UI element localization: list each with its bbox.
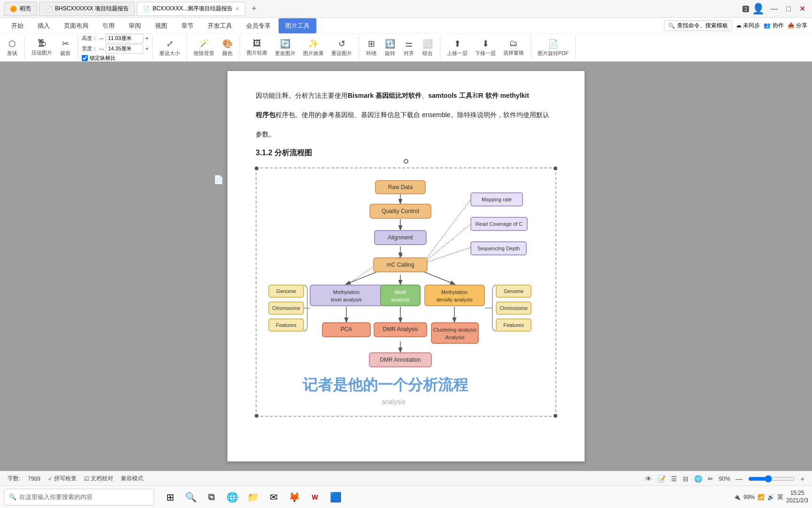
- share-button[interactable]: 📤 分享: [788, 22, 807, 30]
- ribbon-tab-chapter[interactable]: 章节: [175, 18, 200, 34]
- taskbar-icon-wps[interactable]: W: [306, 489, 323, 506]
- handle-tr[interactable]: [554, 167, 557, 170]
- new-tab-button[interactable]: +: [247, 2, 260, 16]
- tab-bcxxxxxx[interactable]: 📄 BCXXXXXX...测序项目结题报告 ✕: [137, 2, 246, 16]
- taskbar-right: 🔌 99% 📶 🔊 英 15:25 2021/2/3: [734, 490, 808, 504]
- ribbon-tab-reference[interactable]: 引用: [96, 18, 121, 34]
- pic-rotate-pdf-icon: 📄: [548, 39, 558, 49]
- titlebar: 🟠 稻壳 📄 BHSCXXXXXX 项目结题报告 📄 BCXXXXXX...测序…: [0, 0, 812, 18]
- taskbar-icon-explorer[interactable]: 📁: [244, 489, 261, 506]
- lock-ratio-check[interactable]: [82, 55, 88, 61]
- taskbar-icon-app2[interactable]: 🟦: [327, 489, 344, 506]
- handle-br[interactable]: [554, 414, 557, 418]
- surround-button[interactable]: ⊞ 环绕: [363, 38, 380, 58]
- outline-mode-icon[interactable]: ☰: [671, 475, 677, 483]
- align-button[interactable]: ⚌ 对齐: [400, 38, 417, 58]
- height-increase[interactable]: +: [145, 35, 148, 42]
- pic-rotate-pdf-button[interactable]: 📄 图片旋转PDF: [535, 38, 571, 58]
- crop-button[interactable]: ✂ 裁剪: [57, 38, 74, 58]
- select-win-button[interactable]: 🗂 选择窗格: [500, 38, 527, 57]
- body-text-methylkit: R 软件 methylkit: [479, 92, 529, 99]
- change-pic-button[interactable]: 🔄 更改图片: [272, 38, 298, 58]
- ribbon-tab-view[interactable]: 视图: [148, 18, 174, 34]
- search-command-box[interactable]: 🔍 查找命令、搜索模板: [664, 20, 732, 31]
- shape-button[interactable]: ⬡ 形状: [4, 38, 21, 58]
- ribbon-tab-dev[interactable]: 开发工具: [201, 18, 239, 34]
- lock-ratio-checkbox[interactable]: 锁定纵横比: [82, 55, 148, 62]
- move-down-button[interactable]: ⬇ 下移一层: [472, 38, 499, 58]
- taskbar-icon-taskview[interactable]: ⧉: [203, 489, 220, 506]
- sync-button[interactable]: ☁ 未同步: [736, 22, 760, 30]
- svg-text:Genome: Genome: [276, 288, 296, 294]
- ribbon-tab-insert[interactable]: 插入: [31, 18, 56, 34]
- minimize-button[interactable]: —: [767, 4, 781, 14]
- taskbar-icon-browser2[interactable]: 🦊: [286, 489, 303, 506]
- width-increase[interactable]: +: [145, 46, 148, 52]
- color-button[interactable]: 🎨 颜色: [219, 38, 236, 58]
- pic-effect-icon: ✨: [308, 39, 319, 49]
- group-button[interactable]: ⬜ 组合: [419, 38, 436, 58]
- web-layout-icon[interactable]: 🌐: [694, 475, 702, 483]
- zoom-slider[interactable]: [748, 475, 795, 483]
- tab-label-daokenou: 稻壳: [20, 5, 31, 13]
- tab-bhsc[interactable]: 📄 BHSCXXXXXX 项目结题报告: [39, 2, 135, 16]
- lock-label: 锁定纵横比: [90, 55, 116, 62]
- document-page: 因功能注释。分析方法主要使用Bismark 基因组比对软件、samtools 工…: [227, 71, 585, 461]
- rotate-button[interactable]: 🔃 旋转: [382, 38, 398, 58]
- ribbon-tab-picture-tool[interactable]: 图片工具: [278, 18, 317, 34]
- tab-close-bcxxxxxx[interactable]: ✕: [235, 6, 239, 11]
- pic-effect-button[interactable]: ✨ 图片效果: [300, 38, 327, 58]
- annotation-icon[interactable]: ✏: [708, 475, 713, 483]
- pic-wheel-label: 图片轮廓: [247, 49, 267, 56]
- compress-button[interactable]: 🗜 压缩图片: [29, 38, 55, 57]
- pic-wheel-button[interactable]: 🖼 图片轮廓: [244, 38, 270, 57]
- align-label: 对齐: [404, 50, 414, 57]
- ribbon: 开始 插入 页面布局 引用 审阅 视图 章节 开发工具 会员专享 图片工具 🔍 …: [0, 18, 812, 62]
- ribbon-tab-review[interactable]: 审阅: [122, 18, 148, 34]
- user-avatar: 👤: [752, 3, 765, 15]
- taskbar-icon-windows[interactable]: ⊞: [162, 489, 179, 506]
- handle-bl[interactable]: [255, 414, 258, 418]
- move-up-button[interactable]: ⬆ 上移一层: [444, 38, 470, 58]
- group-icon: ⬜: [422, 39, 433, 49]
- ribbon-tab-layout[interactable]: 页面布局: [57, 18, 95, 34]
- handle-tl[interactable]: [255, 167, 258, 170]
- zoom-percent: 90%: [719, 476, 730, 482]
- word-count: 7969: [28, 476, 40, 482]
- edit-mode-icon[interactable]: 📝: [657, 475, 665, 483]
- width-decrease[interactable]: —: [99, 46, 104, 51]
- taskbar-icon-search[interactable]: 🔍: [182, 489, 199, 506]
- body-paragraph-1: 因功能注释。分析方法主要使用Bismark 基因组比对软件、samtools 工…: [256, 90, 556, 102]
- taskbar-wifi-icon: 📶: [757, 494, 765, 500]
- height-decrease[interactable]: —: [99, 36, 104, 41]
- tab-daokenou[interactable]: 🟠 稻壳: [4, 2, 37, 16]
- toolbar-group-bg: 🪄 抠除背景 🎨 颜色: [191, 36, 240, 59]
- doc-icon-indicator: 📄: [213, 175, 224, 185]
- taskbar-lang[interactable]: 英: [777, 493, 783, 501]
- svg-text:Features: Features: [276, 322, 297, 328]
- ribbon-tab-member[interactable]: 会员专享: [240, 18, 277, 34]
- svg-text:Features: Features: [503, 322, 524, 328]
- rotation-handle[interactable]: [404, 159, 408, 164]
- taskbar-icon-edge[interactable]: 🌐: [224, 489, 241, 506]
- spell-check-button[interactable]: ✓ 拼写检查: [48, 475, 77, 483]
- split-view-icon[interactable]: ⊟: [683, 475, 688, 483]
- svg-text:Clustering analysis: Clustering analysis: [433, 327, 477, 333]
- taskbar-icon-mail[interactable]: ✉: [265, 489, 282, 506]
- ribbon-tab-start[interactable]: 开始: [5, 18, 30, 34]
- align-icon: ⚌: [405, 39, 413, 49]
- zoom-out-button[interactable]: —: [736, 475, 742, 483]
- flowchart-wrapper[interactable]: Raw Data Quality Control Alignment mC Ca…: [256, 167, 556, 417]
- remove-bg-button[interactable]: 🪄 抠除背景: [191, 38, 217, 58]
- resize-button[interactable]: ⤢ 重设大小: [156, 38, 183, 58]
- doc-proofread-button[interactable]: ☑ 文档校对: [84, 475, 113, 483]
- reset-pic-button[interactable]: ↺ 重设图片: [328, 38, 355, 58]
- collab-button[interactable]: 👥 协作: [764, 22, 783, 30]
- close-button[interactable]: ✕: [796, 3, 808, 14]
- height-input[interactable]: [106, 34, 143, 43]
- width-input[interactable]: [106, 44, 143, 54]
- zoom-in-button[interactable]: +: [801, 475, 804, 483]
- taskbar-search[interactable]: 🔍 在这里输入你要搜索的内容: [4, 489, 154, 506]
- maximize-button[interactable]: □: [783, 4, 794, 14]
- read-mode-icon[interactable]: 👁: [645, 475, 652, 483]
